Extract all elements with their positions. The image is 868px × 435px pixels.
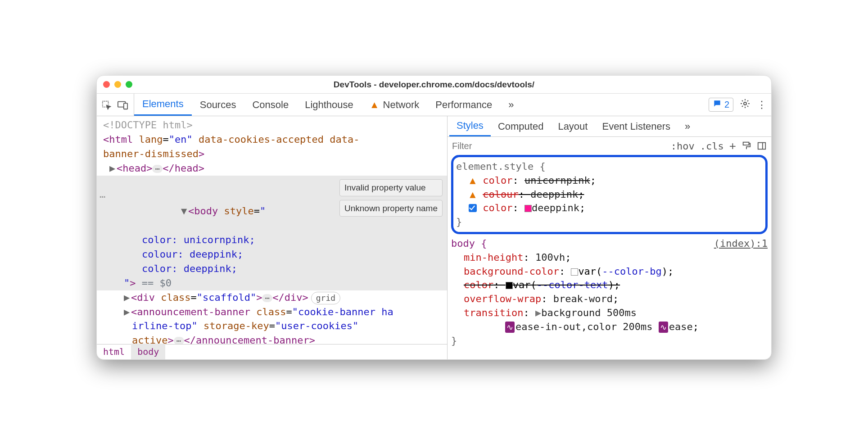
svg-rect-5 — [758, 143, 766, 150]
toggle-hov[interactable]: :hov — [671, 140, 695, 152]
expand-caret-icon[interactable]: ▶ — [535, 307, 541, 318]
window-titlebar: DevTools - developer.chrome.com/docs/dev… — [97, 76, 771, 94]
rule-background-color[interactable]: background-color: var(--color-bg); — [451, 265, 768, 279]
tab-elements[interactable]: Elements — [134, 94, 192, 116]
element-style-highlight: element.style { ▲ color: unicornpink; ▲ … — [451, 155, 768, 234]
svg-point-3 — [744, 102, 746, 105]
rule-color-invalid[interactable]: ▲ color: unicornpink; — [456, 174, 761, 188]
maximize-dot-icon[interactable] — [126, 81, 132, 88]
subtabs-overflow[interactable]: » — [678, 116, 697, 136]
bezier-editor-icon[interactable]: ∿ — [505, 322, 515, 333]
tab-performance[interactable]: Performance — [427, 94, 500, 116]
close-dot-icon[interactable] — [103, 81, 110, 88]
issues-badge[interactable]: 2 — [709, 98, 733, 112]
tab-lighthouse[interactable]: Lighthouse — [297, 94, 362, 116]
styles-filter-input[interactable] — [452, 141, 665, 151]
collapsed-ellipsis-icon[interactable]: ⋯ — [262, 294, 272, 302]
color-swatch-icon[interactable] — [506, 282, 513, 289]
styles-subtabs: Styles Computed Layout Event Listeners » — [448, 116, 771, 137]
validation-tooltips: Invalid property value Unknown property … — [339, 179, 443, 217]
styles-rules[interactable]: element.style { ▲ color: unicornpink; ▲ … — [448, 155, 771, 359]
paint-format-icon[interactable] — [741, 141, 751, 151]
warning-triangle-icon: ▲ — [370, 99, 380, 111]
subtab-event-listeners[interactable]: Event Listeners — [595, 116, 678, 136]
toggle-cls[interactable]: .cls — [700, 140, 724, 152]
warning-triangle-icon: ▲ — [469, 174, 477, 188]
settings-gear-icon[interactable] — [740, 98, 750, 112]
body-rule-block: (index):1 body { min-height: 100vh; back… — [451, 237, 768, 348]
warning-triangle-icon: ▲ — [469, 188, 477, 202]
bezier-editor-icon[interactable]: ∿ — [659, 322, 668, 333]
subtab-layout[interactable]: Layout — [551, 116, 595, 136]
tabs-overflow[interactable]: » — [500, 94, 522, 116]
source-link[interactable]: (index):1 — [714, 237, 768, 251]
main-toolbar: Elements Sources Console Lighthouse ▲ Ne… — [97, 94, 771, 116]
inline-style-3: color: deeppink; — [142, 263, 237, 274]
svg-rect-2 — [124, 103, 127, 109]
rule-overflow-wrap[interactable]: overflow-wrap: break-word; — [451, 292, 768, 306]
rule-color-overridden[interactable]: color: var(--color-text); — [451, 278, 768, 292]
selected-marker: == $0 — [136, 277, 172, 289]
devtools-window: DevTools - developer.chrome.com/docs/dev… — [96, 75, 772, 360]
tooltip-unknown-prop: Unknown property name — [339, 200, 443, 217]
rule-color-deeppink[interactable]: color: deeppink; — [456, 201, 761, 215]
grid-badge[interactable]: grid — [311, 292, 340, 304]
rule-min-height[interactable]: min-height: 100vh; — [451, 251, 768, 265]
crumb-body[interactable]: body — [131, 344, 165, 360]
announcement-node-1[interactable]: ▶<announcement-banner class="cookie-bann… — [97, 305, 447, 319]
styles-panel: Styles Computed Layout Event Listeners »… — [448, 116, 771, 359]
inspect-element-icon[interactable] — [101, 100, 111, 110]
head-node[interactable]: ▶<head>⋯</head> — [97, 161, 447, 176]
toggle-sidebar-icon[interactable] — [757, 141, 767, 151]
tab-network[interactable]: ▲ Network — [362, 94, 427, 116]
rule-colour-unknown[interactable]: ▲ colour: deeppink; — [456, 188, 761, 202]
doctype-line: <!DOCTYPE html> — [97, 118, 447, 132]
tooltip-invalid-value: Invalid property value — [339, 179, 443, 196]
checkbox-on-icon[interactable] — [469, 204, 477, 212]
html-open-line-1: <html lang="en" data-cookies-accepted da… — [97, 132, 447, 147]
inline-style-2: colour: deeppink; — [142, 249, 243, 260]
kebab-menu-icon[interactable]: ⋮ — [757, 99, 767, 111]
dom-breadcrumbs: html body — [97, 344, 447, 359]
traffic-lights — [103, 81, 153, 88]
div-scaffold-node[interactable]: ▶<div class="scaffold">⋯</div>grid — [97, 290, 447, 305]
device-toolbar-icon[interactable] — [118, 100, 128, 110]
minimize-dot-icon[interactable] — [114, 81, 121, 88]
collapsed-ellipsis-icon[interactable]: ⋯ — [152, 165, 163, 173]
crumb-html[interactable]: html — [97, 344, 131, 360]
element-style-selector: element.style { — [456, 160, 761, 174]
collapsed-ellipsis-icon[interactable]: ⋯ — [174, 337, 184, 344]
color-swatch-icon[interactable] — [524, 205, 532, 212]
inline-style-1: color: unicornpink; — [142, 234, 255, 245]
rule-transition[interactable]: transition: ▶background 500ms — [451, 306, 768, 320]
elements-panel: <!DOCTYPE html> <html lang="en" data-coo… — [97, 116, 448, 359]
window-title: DevTools - developer.chrome.com/docs/dev… — [153, 80, 715, 90]
new-style-rule-icon[interactable]: + — [729, 139, 736, 153]
panes-container: <!DOCTYPE html> <html lang="en" data-coo… — [97, 116, 771, 359]
styles-filter-row: :hov .cls + — [448, 137, 771, 155]
tab-console[interactable]: Console — [244, 94, 297, 116]
svg-rect-4 — [743, 142, 749, 145]
dom-tree[interactable]: <!DOCTYPE html> <html lang="en" data-coo… — [97, 116, 447, 344]
color-swatch-icon[interactable] — [571, 268, 578, 276]
tab-sources[interactable]: Sources — [192, 94, 244, 116]
chat-bubble-icon — [713, 99, 722, 110]
html-open-line-2: banner-dismissed> — [97, 147, 447, 161]
rule-transition-cont[interactable]: ∿ease-in-out,color 200ms ∿ease; — [451, 320, 768, 334]
subtab-computed[interactable]: Computed — [491, 116, 551, 136]
subtab-styles[interactable]: Styles — [449, 116, 491, 136]
main-tabs: Elements Sources Console Lighthouse ▲ Ne… — [134, 94, 522, 116]
